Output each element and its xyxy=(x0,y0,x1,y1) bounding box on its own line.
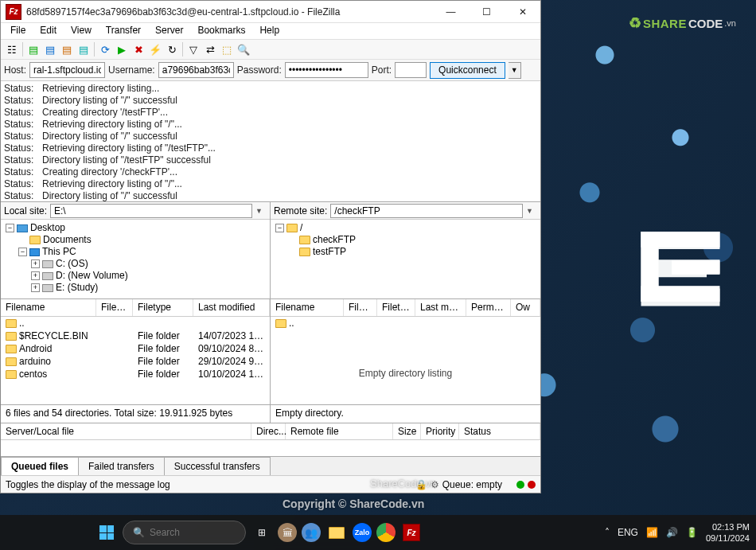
recycle-icon: ♻ xyxy=(629,14,641,32)
table-row[interactable]: arduino File folder29/10/2024 9:4... xyxy=(1,355,270,368)
queue-body[interactable] xyxy=(1,440,540,456)
username-label: Username: xyxy=(108,64,155,76)
toggle-local-tree-icon[interactable]: ▤ xyxy=(42,41,58,57)
quickconnect-button[interactable]: Quickconnect xyxy=(430,62,505,79)
start-button[interactable] xyxy=(95,521,118,544)
sharecode-watermark-logo: ♻ SHARECODE.vn xyxy=(629,14,736,32)
zalo-icon[interactable]: Zalo xyxy=(353,523,372,542)
username-input[interactable] xyxy=(158,62,234,78)
local-tree[interactable]: −DesktopDocuments−This PC+C: (OS)+D: (Ne… xyxy=(1,220,270,299)
compare-icon[interactable]: ⇄ xyxy=(202,41,218,57)
remote-site-label: Remote site: xyxy=(274,205,327,216)
transfer-tabs: Queued files Failed transfers Successful… xyxy=(1,456,540,475)
search-icon[interactable]: 🔍 xyxy=(236,41,251,57)
titlebar[interactable]: Fz 68fd5897157f4ec3a79696bab3f63c3d@eu-c… xyxy=(1,1,540,23)
tab-failed[interactable]: Failed transfers xyxy=(78,457,165,475)
password-input[interactable] xyxy=(285,62,368,78)
quickconnect-bar: Host: Username: Password: Port: Quickcon… xyxy=(1,60,540,81)
table-row[interactable]: centos File folder10/10/2024 1:5... xyxy=(1,368,270,380)
remote-file-header[interactable]: Filename Filesize Filetype Last modifi..… xyxy=(271,299,540,317)
window-title: 68fd5897157f4ec3a79696bab3f63c3d@eu-cent… xyxy=(26,6,433,18)
password-label: Password: xyxy=(237,64,282,76)
explorer-icon[interactable] xyxy=(325,521,348,544)
local-file-list[interactable]: .. $RECYCLE.BIN File folder14/07/2023 10… xyxy=(1,317,270,404)
windows-taskbar[interactable]: 🔍 ⊞ 🏛 👥 Zalo Fz ˄ ENG 📶 🔊 🔋 02:13 PM 09/… xyxy=(0,515,756,550)
local-path-input[interactable] xyxy=(50,204,252,218)
system-tray[interactable]: ˄ ENG 📶 🔊 🔋 02:13 PM 09/11/2024 xyxy=(605,521,750,544)
activity-indicator xyxy=(516,481,524,489)
message-log[interactable]: Status:Retrieving directory listing...St… xyxy=(1,81,540,202)
chevron-down-icon[interactable]: ▼ xyxy=(526,207,537,215)
search-input[interactable] xyxy=(150,527,236,538)
table-row[interactable]: Android File folder09/10/2024 8:5... xyxy=(1,342,270,355)
task-view-icon[interactable]: ⊞ xyxy=(251,521,273,544)
local-site-label: Local site: xyxy=(4,205,47,216)
chevron-up-icon[interactable]: ˄ xyxy=(605,527,610,538)
remote-status: Empty directory. xyxy=(271,405,540,423)
taskbar-clock[interactable]: 02:13 PM 09/11/2024 xyxy=(706,521,750,544)
chrome-icon[interactable] xyxy=(376,523,396,542)
menu-file[interactable]: File xyxy=(4,23,32,39)
sync-browse-icon[interactable]: ⬚ xyxy=(219,41,235,57)
menubar: File Edit View Transfer Server Bookmarks… xyxy=(1,23,540,39)
host-input[interactable] xyxy=(29,62,105,78)
chevron-down-icon[interactable]: ▼ xyxy=(255,207,267,215)
refresh-icon[interactable]: ⟳ xyxy=(97,41,113,57)
search-icon: 🔍 xyxy=(133,527,145,538)
menu-edit[interactable]: Edit xyxy=(33,23,63,39)
remote-file-list[interactable]: .. Empty directory listing xyxy=(271,317,540,404)
menu-transfer[interactable]: Transfer xyxy=(99,23,147,39)
svg-rect-3 xyxy=(672,260,720,275)
copyright-text: Copyright © ShareCode.vn xyxy=(283,497,424,510)
port-input[interactable] xyxy=(395,62,427,78)
toggle-queue-icon[interactable]: ▤ xyxy=(76,41,92,57)
status-message: Toggles the display of the message log xyxy=(6,479,415,490)
quickconnect-dropdown-icon[interactable]: ▼ xyxy=(509,62,521,79)
table-row[interactable]: $RECYCLE.BIN File folder14/07/2023 10:..… xyxy=(1,330,270,342)
close-button[interactable]: ✕ xyxy=(505,1,540,23)
local-status: 6 files and 54 directories. Total size: … xyxy=(1,405,270,423)
local-file-header[interactable]: Filename Filesize Filetype Last modified xyxy=(1,299,270,317)
tab-queued[interactable]: Queued files xyxy=(1,457,79,475)
tray-language[interactable]: ENG xyxy=(618,527,638,538)
local-pane: Local site: ▼ −DesktopDocuments−This PC+… xyxy=(1,202,271,423)
volume-icon[interactable]: 🔊 xyxy=(666,527,678,538)
minimize-button[interactable]: — xyxy=(433,1,469,23)
reconnect-icon[interactable]: ↻ xyxy=(164,41,180,57)
filezilla-taskbar-icon[interactable]: Fz xyxy=(400,521,423,544)
host-label: Host: xyxy=(4,64,26,76)
tab-successful[interactable]: Successful transfers xyxy=(164,457,271,475)
menu-bookmarks[interactable]: Bookmarks xyxy=(191,23,251,39)
remote-pane: Remote site: ▼ −/checkFTPtestFTP Filenam… xyxy=(271,202,540,423)
statusbar: Toggles the display of the message log 🔒… xyxy=(1,475,540,493)
toggle-log-icon[interactable]: ▤ xyxy=(25,41,41,57)
folder-icon xyxy=(275,319,286,328)
queue-status: Queue: empty xyxy=(442,479,502,490)
port-label: Port: xyxy=(372,64,392,76)
toolbar: ☷ ▤ ▤ ▤ ▤ ⟳ ▶ ✖ ⚡ ↻ ▽ ⇄ ⬚ 🔍 xyxy=(1,39,540,60)
table-row[interactable]: .. xyxy=(1,317,270,330)
taskbar-search[interactable]: 🔍 xyxy=(123,521,246,544)
svg-rect-2 xyxy=(641,286,720,302)
toggle-remote-tree-icon[interactable]: ▤ xyxy=(59,41,75,57)
g-logo-graphic xyxy=(637,227,724,310)
site-manager-icon[interactable]: ☷ xyxy=(4,41,20,57)
remote-tree[interactable]: −/checkFTPtestFTP xyxy=(271,220,540,299)
cancel-icon[interactable]: ✖ xyxy=(131,41,146,57)
filezilla-window: Fz 68fd5897157f4ec3a79696bab3f63c3d@eu-c… xyxy=(0,0,541,493)
app-icon[interactable]: 🏛 xyxy=(278,523,297,542)
app-icon[interactable]: 👥 xyxy=(302,523,321,542)
menu-help[interactable]: Help xyxy=(253,23,286,39)
wifi-icon[interactable]: 📶 xyxy=(646,527,658,538)
empty-listing-text: Empty directory listing xyxy=(271,330,540,404)
menu-server[interactable]: Server xyxy=(149,23,189,39)
watermark-text: ShareCode.vn xyxy=(370,478,436,490)
queue-header[interactable]: Server/Local file Direc... Remote file S… xyxy=(1,423,540,440)
process-queue-icon[interactable]: ▶ xyxy=(114,41,130,57)
filter-icon[interactable]: ▽ xyxy=(185,41,201,57)
remote-path-input[interactable] xyxy=(330,204,523,218)
disconnect-icon[interactable]: ⚡ xyxy=(147,41,163,57)
battery-icon[interactable]: 🔋 xyxy=(686,527,698,538)
maximize-button[interactable]: ☐ xyxy=(469,1,505,23)
menu-view[interactable]: View xyxy=(64,23,98,39)
